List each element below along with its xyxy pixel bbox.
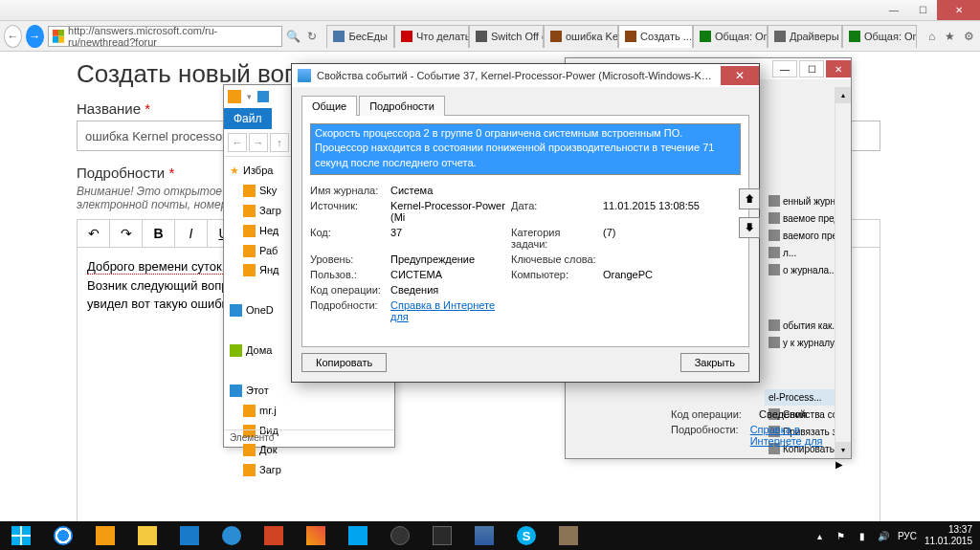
ev-min[interactable]: —	[772, 60, 797, 77]
task-app7[interactable]	[421, 521, 463, 550]
ev-expand-arrow3[interactable]: ▶	[765, 457, 847, 472]
tab-label: Общая: On...	[715, 31, 768, 42]
tab-label: Общая: On...	[864, 31, 917, 42]
folder-icon	[228, 90, 241, 103]
browser-tab[interactable]: Switch Off с...	[469, 25, 544, 48]
browser-tab[interactable]: ошибка Ker...	[544, 25, 618, 48]
task-app1[interactable]	[168, 521, 211, 550]
dialog-tabs: Общие Подробности	[301, 95, 749, 116]
scroll-down-icon[interactable]: ▾	[835, 442, 851, 458]
explorer-status: Элементо	[224, 429, 394, 447]
tray-lang[interactable]: РУС	[898, 531, 917, 541]
tray-flag-icon[interactable]: ⚑	[835, 529, 848, 542]
tab-favicon	[401, 31, 412, 42]
tab-favicon	[550, 31, 562, 42]
close-button[interactable]: Закрыть	[680, 353, 749, 372]
tab-details[interactable]: Подробности	[359, 96, 445, 116]
task-folder[interactable]	[126, 521, 168, 550]
chevron-down-icon[interactable]: ▾	[247, 92, 252, 101]
browser-tab[interactable]: Драйверы ...	[768, 25, 842, 48]
dialog-icon	[298, 69, 311, 82]
tray-clock[interactable]: 13:37 11.01.2015	[924, 524, 972, 547]
scroll-up-icon[interactable]: ▴	[835, 87, 851, 103]
refresh-icon[interactable]: ↻	[304, 27, 319, 46]
copy-button[interactable]: Копировать	[301, 353, 387, 372]
start-button[interactable]	[0, 521, 42, 550]
dialog-titlebar[interactable]: Свойства событий - Событие 37, Kernel-Pr…	[292, 64, 759, 87]
dialog-title-text: Свойства событий - Событие 37, Kernel-Pr…	[317, 70, 715, 81]
tab-favicon	[700, 31, 711, 42]
tree-item[interactable]: mr.j	[230, 401, 389, 421]
forward-button[interactable]: →	[26, 25, 44, 48]
tray-up-icon[interactable]: ▴	[813, 529, 827, 542]
address-box[interactable]: http://answers.microsoft.com/ru-ru/newth…	[48, 26, 282, 47]
task-app8[interactable]	[463, 521, 505, 550]
task-app3[interactable]	[253, 521, 295, 550]
dialog-nav-arrows: 🡅 🡇	[739, 188, 760, 238]
event-message[interactable]: Скорость процессора 2 в группе 0 огранич…	[310, 123, 741, 175]
task-explorer[interactable]	[84, 521, 126, 550]
tree-item[interactable]: Загр	[230, 460, 389, 480]
task-app2[interactable]	[211, 521, 253, 550]
prev-event-button[interactable]: 🡅	[739, 188, 760, 209]
task-ie[interactable]	[42, 521, 84, 550]
redo-button[interactable]: ↷	[110, 220, 143, 247]
url-text: http://answers.microsoft.com/ru-ru/newth…	[68, 25, 278, 48]
ie-max-button[interactable]: ☐	[908, 0, 937, 20]
task-skype[interactable]: S	[505, 521, 547, 550]
thispc-node[interactable]: Этот	[230, 381, 389, 401]
home-icon[interactable]: ⌂	[924, 27, 939, 46]
ie-address-bar: ← → http://answers.microsoft.com/ru-ru/n…	[0, 21, 980, 52]
site-favicon	[53, 30, 64, 43]
editor-line1: Доброго времени суток!	[87, 259, 225, 275]
tab-favicon	[774, 31, 786, 42]
favorites-icon[interactable]: ★	[943, 27, 957, 46]
ev-max[interactable]: ☐	[799, 60, 824, 77]
editor-line3: увидел вот такую ошибку	[87, 297, 234, 311]
ie-window-titlebar: — ☐ ✕	[0, 0, 980, 21]
file-tab[interactable]: Файл	[224, 108, 272, 129]
nav-up[interactable]: ↑	[270, 133, 289, 152]
help-link[interactable]: Справка в Интернете для	[390, 299, 505, 322]
ie-min-button[interactable]: —	[880, 0, 908, 20]
nav-fwd[interactable]: →	[249, 133, 268, 152]
explorer-tool-icon[interactable]	[257, 91, 269, 102]
bold-button[interactable]: B	[143, 220, 175, 247]
tab-favicon	[476, 31, 487, 42]
event-properties-dialog[interactable]: Свойства событий - Событие 37, Kernel-Pr…	[291, 63, 760, 383]
browser-tab[interactable]: Общая: On...	[842, 25, 917, 48]
event-fields: Имя журнала:Система Источник:Kernel-Proc…	[310, 185, 741, 322]
browser-tab[interactable]: Что делать ...	[394, 25, 469, 48]
tab-label: Switch Off с...	[491, 31, 544, 42]
ev-scrollbar[interactable]: ▴ ▾	[835, 87, 851, 458]
task-app6[interactable]	[379, 521, 421, 550]
tab-favicon	[625, 31, 636, 42]
task-app9[interactable]	[547, 521, 590, 550]
undo-button[interactable]: ↶	[78, 220, 110, 247]
ev-detail-bottom: Код операции:Сведения Подробности:Справк…	[671, 408, 851, 451]
tab-label: Что делать ...	[416, 31, 469, 42]
browser-tab[interactable]: Общая: On...	[693, 25, 768, 48]
tools-icon[interactable]: ⚙	[962, 27, 976, 46]
search-icon[interactable]: 🔍	[286, 27, 301, 46]
next-event-button[interactable]: 🡇	[739, 217, 760, 238]
tab-favicon	[333, 31, 345, 42]
back-button[interactable]: ←	[4, 25, 22, 48]
italic-button[interactable]: I	[175, 220, 208, 247]
browser-tab[interactable]: БесЕды	[326, 25, 394, 48]
editor-line2: Возник следующий вопрос	[87, 278, 241, 293]
task-app4[interactable]	[295, 521, 337, 550]
tab-general[interactable]: Общие	[301, 96, 357, 116]
ie-close-button[interactable]: ✕	[937, 0, 980, 20]
browser-tab[interactable]: Создать ...✕	[618, 25, 693, 48]
tab-label: Драйверы ...	[790, 31, 842, 42]
tab-label: ошибка Ker...	[566, 31, 618, 42]
dialog-close-button[interactable]: ✕	[721, 66, 759, 85]
task-app5[interactable]	[337, 521, 379, 550]
ev-close[interactable]: ✕	[826, 60, 851, 77]
system-tray: ▴ ⚑ ▮ 🔊 РУС 13:37 11.01.2015	[813, 524, 980, 547]
nav-back[interactable]: ←	[228, 133, 247, 152]
tab-label: БесЕды	[348, 31, 388, 42]
tray-vol-icon[interactable]: 🔊	[877, 529, 890, 542]
tray-net-icon[interactable]: ▮	[856, 529, 869, 542]
